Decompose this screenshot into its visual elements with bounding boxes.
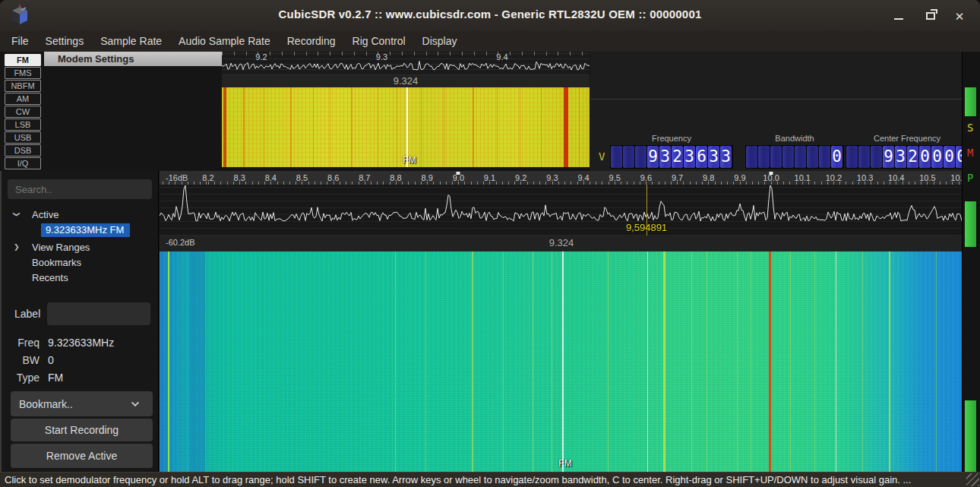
modem-type-lsb[interactable]: LSB <box>5 119 41 131</box>
menu-item-rig-control[interactable]: Rig Control <box>344 30 414 52</box>
freq-tick-label: 8.8 <box>390 173 401 182</box>
digit-cell: 3 <box>659 146 671 168</box>
digit-cell <box>858 146 870 168</box>
gain-label-s: S <box>967 122 973 134</box>
menu-item-sample-rate[interactable]: Sample Rate <box>92 30 170 52</box>
tree-item-bookmarks[interactable]: Bookmarks <box>2 255 160 270</box>
digit-cell: 3 <box>720 146 732 168</box>
signal-line <box>836 251 836 472</box>
modem-spectrum[interactable]: 9.29.39.4 <box>222 52 590 75</box>
digit-cell <box>795 146 806 168</box>
modem-type-cw[interactable]: CW <box>5 106 41 118</box>
digit-cell: 2 <box>907 146 918 168</box>
menu-item-audio-sample-rate[interactable]: Audio Sample Rate <box>170 30 279 52</box>
modem-type-usb[interactable]: USB <box>5 131 41 144</box>
freq-tick-label: 10.5 <box>919 173 935 182</box>
modem-type-fms[interactable]: FMS <box>5 67 41 79</box>
main-spectrum[interactable]: -16dB 8.28.38.48.58.68.78.88.99.09.19.29… <box>160 171 962 251</box>
mhz-marker <box>457 172 460 175</box>
digit-cell: 0 <box>931 146 943 168</box>
cursor-frequency-label: 9,594891 <box>626 222 667 233</box>
signal-line <box>533 251 533 472</box>
freq-tick-label: 8.4 <box>265 173 277 182</box>
freq-tick-label: 9.4 <box>577 173 589 182</box>
minimize-icon <box>894 18 903 20</box>
tree-item-label: Bookmarks <box>32 257 81 268</box>
modem-settings-header: Modem Settings <box>44 52 223 66</box>
menu-items: FileSettingsSample RateAudio Sample Rate… <box>3 30 466 52</box>
modem-waterfall[interactable]: FM <box>222 87 590 167</box>
signal-line <box>313 87 314 167</box>
menu-item-recording[interactable]: Recording <box>279 30 344 52</box>
digit-cell <box>846 146 858 168</box>
restore-button[interactable] <box>921 6 940 26</box>
signal-line <box>290 87 292 167</box>
meter-panel: V Frequency 9323633 Bandwidth 0 Center F… <box>590 52 962 171</box>
modem-type-nbfm[interactable]: NBFM <box>5 80 41 92</box>
digit-cell: 6 <box>696 146 707 168</box>
gain-bar-spectrum[interactable] <box>965 201 976 247</box>
volume-indicator: V <box>599 150 605 163</box>
modem-type-i-q[interactable]: I/Q <box>5 157 41 169</box>
gain-label-m: M <box>967 147 973 159</box>
type-property-value: FM <box>48 372 63 384</box>
freq-property-label: Freq <box>2 337 40 349</box>
modem-type-fm[interactable]: FM <box>5 54 41 66</box>
frequency-ruler[interactable]: -16dB 8.28.38.48.58.68.78.88.99.09.19.29… <box>160 171 962 185</box>
center-frequency-display[interactable]: Center Frequency 9320000 <box>846 134 969 169</box>
tree-item-active-demod[interactable]: 9.323633MHz FM <box>2 222 160 238</box>
title-bar[interactable]: CubicSDR v0.2.7 :: www.cubicsdr.com - Ge… <box>0 0 980 30</box>
signal-line <box>541 87 542 167</box>
resize-grip[interactable] <box>966 473 979 486</box>
spectrum-plot[interactable]: 9,594891 <box>160 185 962 236</box>
modem-zoom-view[interactable]: 9.29.39.4 9.324 FM <box>222 52 590 171</box>
gain-bar-scope[interactable] <box>965 87 976 116</box>
menu-item-settings[interactable]: Settings <box>37 30 93 52</box>
freq-tick-label: 8.3 <box>234 173 245 182</box>
frequency-display[interactable]: Frequency 9323633 <box>610 134 733 169</box>
close-button[interactable]: ✕ <box>950 6 969 26</box>
bookmark-dropdown[interactable]: Bookmark.. <box>11 391 153 416</box>
signal-line <box>737 251 738 472</box>
gain-bar-waterfall[interactable] <box>965 400 976 472</box>
db-floor-label: -60.2dB <box>166 238 195 247</box>
digit-cell <box>871 146 882 168</box>
signal-line <box>790 251 791 472</box>
modem-center-frequency-label: 9.324 <box>222 75 590 87</box>
freq-tick-label: 9.9 <box>734 173 745 182</box>
start-recording-button[interactable]: Start Recording <box>11 419 153 441</box>
signal-line <box>473 87 474 167</box>
mhz-marker <box>770 172 773 175</box>
bandwidth-display[interactable]: Bandwidth 0 <box>745 134 844 169</box>
remove-active-button[interactable]: Remove Active <box>11 444 153 468</box>
signal-line <box>552 251 552 472</box>
tree-item-view-ranges[interactable]: View Ranges <box>2 239 160 255</box>
digit-cell: 9 <box>647 146 659 168</box>
frequency-display-digits: 9323633 <box>610 145 733 169</box>
selected-demodulator[interactable]: 9.323633MHz FM <box>41 223 130 237</box>
tree-item-recents[interactable]: Recents <box>2 270 160 285</box>
menu-item-display[interactable]: Display <box>414 30 466 52</box>
search-input[interactable] <box>8 179 152 199</box>
modem-type-am[interactable]: AM <box>5 93 41 105</box>
digit-cell: 0 <box>831 146 842 168</box>
cubicsdr-window: CubicSDR v0.2.7 :: www.cubicsdr.com - Ge… <box>0 0 980 487</box>
digit-cell: 3 <box>684 146 695 168</box>
main-waterfall[interactable]: FM <box>160 251 962 472</box>
freq-tick-label: 9.1 <box>484 173 495 182</box>
menu-item-file[interactable]: File <box>3 30 37 52</box>
signal-line <box>889 251 890 472</box>
chevron-right-icon[interactable] <box>14 243 23 251</box>
signal-line <box>707 251 707 472</box>
modem-type-dsb[interactable]: DSB <box>5 144 41 157</box>
digit-cell <box>635 146 646 168</box>
bw-property-value: 0 <box>48 354 54 366</box>
signal-line <box>421 87 422 167</box>
minimize-button[interactable] <box>889 6 909 26</box>
signal-line <box>663 251 665 472</box>
signal-line <box>579 87 580 167</box>
chevron-down-icon[interactable] <box>14 210 23 218</box>
label-input[interactable] <box>47 302 150 325</box>
tree-item-active[interactable]: Active <box>2 207 160 222</box>
freq-tick-label: 10.2 <box>826 173 842 182</box>
